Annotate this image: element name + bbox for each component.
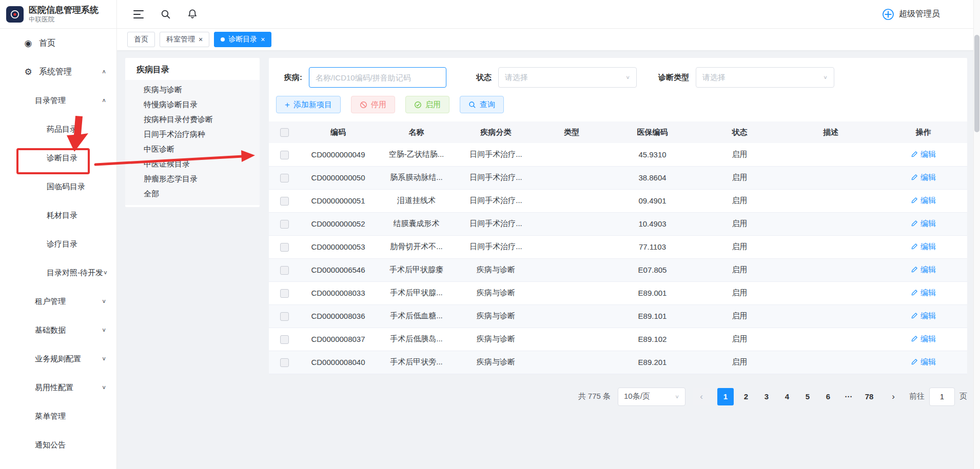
- page-number[interactable]: 2: [738, 388, 754, 405]
- page-number[interactable]: ···: [840, 388, 857, 405]
- page-scrollbar-track[interactable]: [973, 0, 980, 469]
- cell-name: 手术后甲状腺瘘: [377, 258, 456, 281]
- notification-bell-icon[interactable]: [187, 9, 198, 19]
- catalog-list: 疾病与诊断 特慢病诊断目录 按病种目录付费诊断 日间手术治疗病种 中医诊断 中医…: [125, 80, 260, 205]
- page-number[interactable]: 5: [799, 388, 816, 405]
- sidebar-item-label: 国临码目录: [47, 182, 85, 192]
- status-select[interactable]: 请选择 ∨: [498, 67, 637, 88]
- tab-close-icon[interactable]: ×: [261, 36, 265, 43]
- total-count: 共 775 条: [578, 392, 611, 401]
- edit-pencil-icon: [911, 174, 918, 181]
- enable-button[interactable]: 启用: [405, 96, 449, 113]
- sidebar-item[interactable]: 耗材目录: [0, 201, 116, 230]
- sidebar-item[interactable]: 菜单管理: [0, 402, 116, 431]
- disable-button[interactable]: 停用: [351, 96, 395, 113]
- cell-status: 启用: [697, 235, 782, 258]
- sidebar-item[interactable]: 诊疗目录: [0, 230, 116, 258]
- edit-button[interactable]: 编辑: [911, 265, 936, 275]
- add-item-button[interactable]: + 添加新项目: [276, 96, 341, 113]
- row-checkbox[interactable]: [280, 312, 289, 321]
- page-number[interactable]: 3: [758, 388, 775, 405]
- cell-code: CD0000000052: [300, 212, 377, 235]
- edit-button[interactable]: 编辑: [911, 288, 936, 298]
- catalog-list-item[interactable]: 特慢病诊断目录: [125, 97, 260, 112]
- cell-actions: 编辑: [879, 143, 967, 166]
- disease-catalog-panel: 疾病目录 疾病与诊断 特慢病诊断目录 按病种目录付费诊断 日间手术治疗病种 中医…: [125, 58, 260, 207]
- sidebar-item[interactable]: 基础数据 ∨: [0, 316, 116, 344]
- cell-actions: 编辑: [879, 235, 967, 258]
- select-all-checkbox[interactable]: [280, 128, 289, 137]
- edit-button[interactable]: 编辑: [911, 219, 936, 229]
- row-checkbox[interactable]: [280, 266, 289, 275]
- next-page-button[interactable]: ›: [885, 388, 902, 405]
- content-area: 疾病目录 疾病与诊断 特慢病诊断目录 按病种目录付费诊断 日间手术治疗病种 中医…: [117, 50, 980, 469]
- query-button[interactable]: 查询: [460, 96, 504, 113]
- cell-disease-category: 疾病与诊断: [456, 328, 536, 351]
- table-row: CD0000008033 手术后甲状腺... 疾病与诊断 E89.001 启用: [269, 281, 967, 304]
- cell-actions: 编辑: [879, 166, 967, 189]
- catalog-list-item[interactable]: 日间手术治疗病种: [125, 127, 260, 142]
- page-size-select[interactable]: 10条/页 ∨: [618, 388, 685, 406]
- catalog-list-item[interactable]: 全部: [125, 187, 260, 201]
- catalog-list-item[interactable]: 肿瘤形态学目录: [125, 172, 260, 187]
- disease-search-input[interactable]: [309, 67, 446, 88]
- sidebar-item[interactable]: 租户管理 ∨: [0, 287, 116, 316]
- sidebar-item-label: 系统管理: [39, 67, 72, 77]
- sidebar-item[interactable]: 目录管理 ∧: [0, 86, 116, 115]
- edit-button[interactable]: 编辑: [911, 150, 936, 159]
- collapse-menu-icon[interactable]: [133, 10, 144, 19]
- table-body: CD0000000049 空肠-乙状结肠... 日间手术治疗... 45.931…: [269, 143, 967, 374]
- goto-page-input[interactable]: [929, 388, 955, 406]
- sidebar-item[interactable]: 诊断目录: [0, 144, 116, 172]
- tab[interactable]: 首页 ×: [127, 32, 155, 47]
- edit-pencil-icon: [911, 312, 918, 319]
- prev-page-button[interactable]: ‹: [693, 388, 710, 405]
- row-checkbox[interactable]: [280, 335, 289, 344]
- edit-label: 编辑: [920, 173, 936, 182]
- tab-active-dot: [221, 37, 225, 42]
- cell-type: [536, 189, 607, 212]
- tab-close-icon[interactable]: ×: [199, 36, 203, 43]
- edit-button[interactable]: 编辑: [911, 334, 936, 344]
- page-number[interactable]: 1: [717, 388, 734, 405]
- sidebar-item[interactable]: ⚙ 系统管理 ∧: [0, 57, 116, 86]
- diagnosis-type-select[interactable]: 请选择 ∨: [696, 67, 834, 88]
- tab[interactable]: 科室管理 ×: [160, 32, 209, 47]
- tab[interactable]: 诊断目录 ×: [214, 32, 271, 47]
- page-number[interactable]: 4: [779, 388, 795, 405]
- sidebar-item[interactable]: 业务规则配置 ∨: [0, 344, 116, 373]
- page-scrollbar-thumb[interactable]: [974, 35, 979, 132]
- plus-icon: +: [285, 100, 290, 109]
- page-number[interactable]: 78: [861, 388, 877, 405]
- row-checkbox[interactable]: [280, 220, 289, 229]
- row-checkbox[interactable]: [280, 243, 289, 252]
- row-checkbox[interactable]: [280, 151, 289, 159]
- edit-button[interactable]: 编辑: [911, 357, 936, 367]
- enable-label: 启用: [425, 100, 441, 110]
- row-checkbox[interactable]: [280, 289, 289, 298]
- catalog-list-item[interactable]: 中医诊断: [125, 142, 260, 157]
- sidebar-item[interactable]: 目录对照-待开发 ∨: [0, 258, 116, 287]
- edit-button[interactable]: 编辑: [911, 173, 936, 182]
- catalog-list-item[interactable]: 中医证候目录: [125, 157, 260, 172]
- sidebar-item[interactable]: 通知公告: [0, 431, 116, 459]
- catalog-list-item[interactable]: 疾病与诊断: [125, 83, 260, 97]
- page-number[interactable]: 6: [820, 388, 836, 405]
- row-checkbox[interactable]: [280, 358, 289, 367]
- sidebar-item[interactable]: ◉ 首页: [0, 29, 116, 57]
- sidebar-item-label: 通知公告: [35, 440, 66, 450]
- catalog-list-item[interactable]: 按病种目录付费诊断: [125, 112, 260, 127]
- row-checkbox[interactable]: [280, 197, 289, 206]
- edit-button[interactable]: 编辑: [911, 242, 936, 252]
- sidebar-item[interactable]: 药品目录: [0, 115, 116, 144]
- cell-insurance-code: 10.4903: [607, 212, 697, 235]
- sidebar-item[interactable]: 国临码目录: [0, 172, 116, 201]
- edit-button[interactable]: 编辑: [911, 311, 936, 321]
- cell-disease-category: 日间手术治疗...: [456, 189, 536, 212]
- search-icon[interactable]: [161, 9, 171, 19]
- user-menu[interactable]: 超级管理员: [882, 8, 940, 21]
- tab-label: 诊断目录: [228, 35, 257, 44]
- sidebar-item[interactable]: 易用性配置 ∨: [0, 373, 116, 402]
- row-checkbox[interactable]: [280, 174, 289, 182]
- edit-button[interactable]: 编辑: [911, 196, 936, 206]
